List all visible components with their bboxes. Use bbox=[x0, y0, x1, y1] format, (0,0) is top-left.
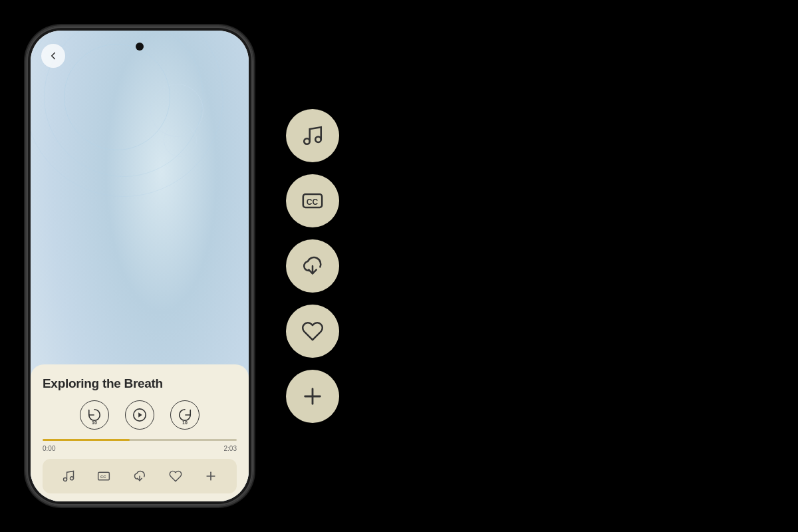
time-row: 0:00 2:03 bbox=[43, 445, 237, 452]
side-heart-button[interactable] bbox=[286, 305, 339, 358]
side-cc-button[interactable]: CC bbox=[286, 174, 339, 227]
toolbar-cc-button[interactable]: CC bbox=[93, 466, 114, 487]
back-button[interactable] bbox=[41, 44, 65, 68]
toolbar-heart-button[interactable] bbox=[165, 466, 186, 487]
side-plus-button[interactable] bbox=[286, 370, 339, 423]
progress-track bbox=[43, 439, 237, 441]
toolbar-download-button[interactable] bbox=[129, 466, 150, 487]
playback-controls: 10 bbox=[43, 400, 237, 430]
side-download-button[interactable] bbox=[286, 239, 339, 293]
phone-screen: Exploring the Breath 10 bbox=[31, 31, 249, 501]
rewind-label: 10 bbox=[92, 420, 97, 425]
play-button[interactable] bbox=[125, 400, 154, 430]
progress-fill bbox=[43, 439, 130, 441]
svg-point-3 bbox=[70, 477, 73, 480]
forward-button[interactable]: 10 bbox=[170, 400, 200, 430]
screen: Exploring the Breath 10 bbox=[31, 31, 249, 501]
svg-point-10 bbox=[315, 136, 321, 142]
phone-outer: Exploring the Breath 10 bbox=[27, 27, 253, 505]
rewind-button[interactable]: 10 bbox=[80, 400, 109, 430]
camera-hole bbox=[136, 43, 144, 51]
phone-wrapper: Exploring the Breath 10 bbox=[27, 27, 253, 505]
toolbar-music-button[interactable] bbox=[58, 466, 79, 487]
player-card: Exploring the Breath 10 bbox=[31, 364, 249, 501]
side-buttons-panel: CC bbox=[286, 109, 339, 423]
svg-point-9 bbox=[304, 138, 310, 144]
side-music-button[interactable] bbox=[286, 109, 339, 162]
svg-text:CC: CC bbox=[307, 198, 319, 207]
player-title: Exploring the Breath bbox=[43, 376, 237, 391]
bottom-toolbar: CC bbox=[43, 459, 237, 493]
current-time: 0:00 bbox=[43, 445, 55, 452]
svg-text:CC: CC bbox=[100, 475, 106, 479]
forward-label: 10 bbox=[182, 420, 188, 425]
ripple-5 bbox=[164, 124, 197, 157]
progress-bar[interactable] bbox=[43, 439, 237, 441]
toolbar-plus-button[interactable] bbox=[200, 466, 221, 487]
ripple-container bbox=[31, 31, 249, 336]
svg-point-2 bbox=[63, 478, 66, 481]
main-container: Exploring the Breath 10 bbox=[0, 0, 798, 532]
svg-marker-1 bbox=[138, 412, 142, 417]
total-time: 2:03 bbox=[224, 445, 237, 452]
